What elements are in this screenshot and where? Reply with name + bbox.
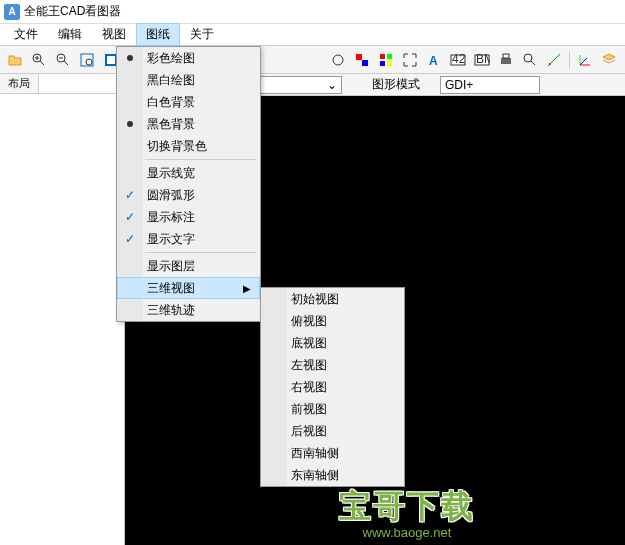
zoom-out-icon[interactable]	[52, 49, 74, 71]
submenu-initial-view[interactable]: 初始视图	[261, 288, 404, 310]
svg-rect-16	[387, 54, 392, 59]
circle-icon[interactable]	[327, 49, 349, 71]
menu-item-bw-draw[interactable]: 黑白绘图	[117, 69, 260, 91]
svg-rect-25	[503, 54, 509, 58]
menu-edit[interactable]: 编辑	[48, 23, 92, 46]
measure-icon[interactable]	[543, 49, 565, 71]
svg-rect-24	[501, 58, 511, 64]
svg-point-29	[549, 63, 551, 65]
radio-icon	[127, 121, 133, 127]
menu-item-white-bg[interactable]: 白色背景	[117, 91, 260, 113]
menu-item-lineweight[interactable]: 显示线宽	[117, 162, 260, 184]
svg-point-12	[333, 55, 343, 65]
color-icon[interactable]	[351, 49, 373, 71]
bmp-icon[interactable]: BMP	[471, 49, 493, 71]
svg-rect-15	[380, 54, 385, 59]
check-icon: ✓	[125, 210, 135, 224]
svg-point-8	[86, 59, 92, 65]
menu-item-toggle-bg[interactable]: 切换背景色	[117, 135, 260, 157]
svg-rect-17	[380, 61, 385, 66]
find-icon[interactable]	[519, 49, 541, 71]
text-icon[interactable]: A	[423, 49, 445, 71]
tab-layout[interactable]: 布局	[0, 74, 39, 93]
mode-select[interactable]: GDI+	[440, 76, 540, 94]
menu-separator	[145, 252, 256, 253]
submenu-right-view[interactable]: 右视图	[261, 376, 404, 398]
expand-icon[interactable]	[399, 49, 421, 71]
menu-item-black-bg[interactable]: 黑色背景	[117, 113, 260, 135]
zoom-in-icon[interactable]	[28, 49, 50, 71]
menu-paper[interactable]: 图纸	[136, 23, 180, 46]
svg-line-27	[531, 61, 535, 65]
app-icon: A	[4, 4, 20, 20]
3d-view-submenu: 初始视图 俯视图 底视图 左视图 右视图 前视图 后视图 西南轴侧 东南轴侧	[260, 287, 405, 487]
radio-icon	[127, 55, 133, 61]
svg-line-32	[580, 58, 587, 65]
svg-rect-14	[362, 60, 368, 66]
svg-rect-10	[107, 56, 115, 64]
menu-item-3d-view[interactable]: 三维视图▶	[117, 277, 260, 299]
submenu-sw-iso[interactable]: 西南轴侧	[261, 442, 404, 464]
menu-view[interactable]: 视图	[92, 23, 136, 46]
svg-rect-13	[356, 54, 362, 60]
separator	[569, 51, 570, 69]
palette-icon[interactable]	[375, 49, 397, 71]
menu-separator	[145, 159, 256, 160]
chevron-down-icon: ⌄	[327, 78, 337, 92]
menu-item-show-text[interactable]: ✓显示文字	[117, 228, 260, 250]
submenu-bottom-view[interactable]: 底视图	[261, 332, 404, 354]
svg-point-26	[524, 54, 532, 62]
sidebar: 布局	[0, 74, 125, 545]
menu-item-3d-orbit[interactable]: 三维轨迹	[117, 299, 260, 321]
submenu-back-view[interactable]: 后视图	[261, 420, 404, 442]
menu-item-show-layers[interactable]: 显示图层	[117, 255, 260, 277]
print-icon[interactable]	[495, 49, 517, 71]
svg-text:A: A	[429, 54, 438, 68]
submenu-arrow-icon: ▶	[243, 283, 251, 294]
open-icon[interactable]	[4, 49, 26, 71]
check-icon: ✓	[125, 188, 135, 202]
svg-rect-18	[387, 61, 392, 66]
sidebar-tabs: 布局	[0, 74, 124, 94]
menu-item-smooth-arc[interactable]: ✓圆滑弧形	[117, 184, 260, 206]
zoom-window-icon[interactable]	[76, 49, 98, 71]
menu-file[interactable]: 文件	[4, 23, 48, 46]
svg-line-1	[40, 61, 44, 65]
menu-bar: 文件 编辑 视图 图纸 关于	[0, 24, 625, 46]
svg-text:42: 42	[452, 52, 466, 66]
svg-line-5	[64, 61, 68, 65]
mode-label: 图形模式	[372, 76, 420, 93]
submenu-left-view[interactable]: 左视图	[261, 354, 404, 376]
submenu-top-view[interactable]: 俯视图	[261, 310, 404, 332]
submenu-se-iso[interactable]: 东南轴侧	[261, 464, 404, 486]
toolbar: A 42 BMP	[0, 46, 625, 74]
axis-icon[interactable]	[574, 49, 596, 71]
layers-icon[interactable]	[598, 49, 620, 71]
mode-value: GDI+	[445, 78, 473, 92]
menu-about[interactable]: 关于	[180, 23, 224, 46]
menu-item-color-draw[interactable]: 彩色绘图	[117, 47, 260, 69]
dwg-icon[interactable]: 42	[447, 49, 469, 71]
paper-dropdown-menu: 彩色绘图 黑白绘图 白色背景 黑色背景 切换背景色 显示线宽 ✓圆滑弧形 ✓显示…	[116, 46, 261, 322]
menu-item-show-dim[interactable]: ✓显示标注	[117, 206, 260, 228]
submenu-front-view[interactable]: 前视图	[261, 398, 404, 420]
window-title: 全能王CAD看图器	[24, 3, 121, 20]
check-icon: ✓	[125, 232, 135, 246]
title-bar: A 全能王CAD看图器	[0, 0, 625, 24]
svg-text:BMP: BMP	[476, 52, 490, 66]
